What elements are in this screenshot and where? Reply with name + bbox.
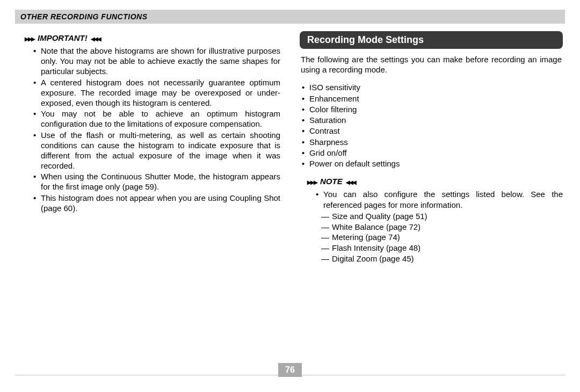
list-item: Note that the above histograms are shown… xyxy=(41,46,280,77)
list-item: You may not be able to achieve an optimu… xyxy=(41,108,280,129)
list-item: This histogram does not appear when you … xyxy=(41,193,280,213)
list-item: ISO sensitivity xyxy=(309,82,563,93)
list-item: Saturation xyxy=(309,115,563,126)
settings-list: ISO sensitivity Enhancement Color filter… xyxy=(300,82,563,169)
list-item: Enhancement xyxy=(309,93,563,104)
list-item: When using the Continuous Shutter Mode, … xyxy=(41,171,280,192)
note-list: You can also configure the settings list… xyxy=(300,189,563,264)
page: OTHER RECORDING FUNCTIONS IMPORTANT! Not… xyxy=(0,0,580,392)
footer: 76 xyxy=(15,363,565,379)
content-columns: IMPORTANT! Note that the above histogram… xyxy=(15,31,565,265)
list-item: Color filtering xyxy=(309,104,563,115)
note-label: NOTE xyxy=(320,177,343,186)
list-item: White Balance (page 72) xyxy=(332,222,563,233)
list-item: Contrast xyxy=(309,126,563,136)
note-text: You can also configure the settings list… xyxy=(323,190,563,209)
intro-paragraph: The following are the settings you can m… xyxy=(300,54,563,75)
list-item: Grid on/off xyxy=(309,148,563,158)
important-heading: IMPORTANT! xyxy=(25,33,280,42)
left-column: IMPORTANT! Note that the above histogram… xyxy=(17,31,280,265)
header-bar: OTHER RECORDING FUNCTIONS xyxy=(15,10,565,24)
section-title: Recording Mode Settings xyxy=(300,31,563,49)
triangle-left-icon xyxy=(346,177,356,186)
triangle-left-icon xyxy=(91,33,100,42)
header-title: OTHER RECORDING FUNCTIONS xyxy=(20,12,148,21)
note-sublist: Size and Quality (page 51) White Balance… xyxy=(323,211,563,264)
list-item: Metering (page 74) xyxy=(332,232,563,243)
list-item: Sharpness xyxy=(309,137,563,148)
list-item: A centered histogram does not necessaril… xyxy=(41,77,280,108)
list-item: Size and Quality (page 51) xyxy=(332,211,563,222)
right-column: Recording Mode Settings The following ar… xyxy=(300,31,563,265)
list-item: Use of the flash or multi-metering, as w… xyxy=(41,130,280,171)
triangle-right-icon xyxy=(307,177,317,186)
important-label: IMPORTANT! xyxy=(38,33,88,42)
triangle-right-icon xyxy=(25,33,34,42)
list-item: Power on default settings xyxy=(309,158,563,169)
note-box: You can also configure the settings list… xyxy=(300,189,563,264)
list-item: Digital Zoom (page 45) xyxy=(332,253,563,264)
list-item: Flash Intensity (page 48) xyxy=(332,243,563,253)
note-heading: NOTE xyxy=(307,177,563,186)
important-list: Note that the above histograms are shown… xyxy=(17,46,280,213)
list-item: You can also configure the settings list… xyxy=(323,189,563,264)
page-number: 76 xyxy=(278,363,302,377)
